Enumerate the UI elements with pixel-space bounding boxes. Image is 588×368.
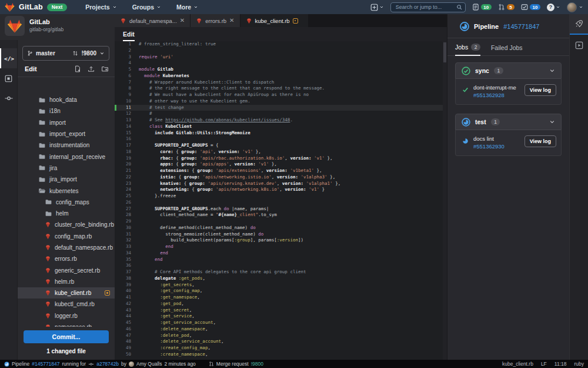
tree-file-generic_secret.rb[interactable]: generic_secret.rb [18,264,115,276]
close-tab-icon[interactable]: ✕ [229,18,234,24]
tree-folder-jira_import[interactable]: jira_import [18,174,115,185]
code-line-47[interactable]: 47 :delete_pod, [115,333,443,339]
upload-file-icon[interactable] [88,65,95,72]
nav-menu-more[interactable]: More [176,4,198,11]
code-line-2[interactable]: 2 [115,48,443,54]
code-line-12[interactable]: 12 # [115,111,443,117]
tree-folder-instrumentation[interactable]: instrumentation [18,140,115,151]
sb-commit-link[interactable]: a278742b [96,361,119,367]
code-line-19[interactable]: 19 rbac: { group: 'apis/rbac.authorizati… [115,155,443,162]
pipeline-id-link[interactable]: #145771847 [503,23,539,30]
code-line-38[interactable]: 38 delegate :get_pods, [115,276,443,282]
code-line-37[interactable]: 37 # Core API methods delegates to the c… [115,269,443,276]
code-line-39[interactable]: 39 :get_secrets, [115,282,443,289]
code-line-40[interactable]: 40 :get_config_map, [115,288,443,294]
code-line-18[interactable]: 18 core: { group: 'api', version: 'v1' }… [115,149,443,155]
tree-folder-internal_post_receive[interactable]: internal_post_receive [18,151,115,162]
code-line-14[interactable]: 14 class KubeClient [115,124,443,130]
tree-file-cluster_role_binding.rb[interactable]: cluster_role_binding.rb [18,219,115,230]
tab-jobs[interactable]: Jobs 2 [455,44,480,56]
code-line-45[interactable]: 45 :get_service_account, [115,320,443,326]
code-line-21[interactable]: 21 extensions: { group: 'apis/extensions… [115,168,443,174]
code-line-10[interactable]: 10 # other way to use the Kubeclient gem… [115,98,443,105]
tree-file-namespace.rb[interactable]: namespace.rb [18,321,115,327]
help-menu[interactable]: ? [547,4,560,11]
code-line-6[interactable]: 6 module Kubernetes [115,73,443,79]
rail-edit-button[interactable]: </> [0,48,17,68]
code-line-48[interactable]: 48 :delete_service_account, [115,339,443,345]
editor-tab-errors.rb[interactable]: errors.rb✕ [191,14,239,27]
new-folder-icon[interactable] [101,65,109,72]
code-line-46[interactable]: 46 :delete_namespace, [115,326,443,333]
tree-folder-config_maps[interactable]: config_maps [18,197,115,208]
sb-mr-link[interactable]: !9800 [251,361,263,367]
tree-file-helm.rb[interactable]: helm.rb [18,276,115,287]
code-line-32[interactable]: 32 build_kubeclient(params[:group], para… [115,237,443,244]
code-line-17[interactable]: 17 SUPPORTED_API_GROUPS = { [115,142,443,149]
commit-button[interactable]: Commit... [24,330,109,343]
tree-folder-import_export[interactable]: import_export [18,128,115,140]
tree-file-logger.rb[interactable]: logger.rb [18,310,115,321]
code-line-50[interactable]: 50 :create_namespace, [115,352,443,358]
code-line-4[interactable]: 4 [115,60,443,67]
stage-header-sync[interactable]: sync1 [455,62,562,79]
code-line-29[interactable]: 29 [115,218,443,225]
tree-file-kubectl_cmd.rb[interactable]: kubectl_cmd.rb [18,299,115,310]
close-tab-icon[interactable]: ✕ [180,18,185,24]
code-line-35[interactable]: 35 end [115,257,443,263]
job-id-link[interactable]: #551362928 [473,92,516,100]
editor-tab-kube_client.rb[interactable]: kube_client.rb [240,14,308,27]
sb-cursor-position[interactable]: 11:18 [554,361,567,367]
code-line-15[interactable]: 15 include Gitlab::Utils::StrongMemoize [115,130,443,137]
job-id-link[interactable]: #551362930 [473,143,505,150]
code-line-27[interactable]: 27 SUPPORTED_API_GROUPS.each do |name, p… [115,206,443,213]
code-line-30[interactable]: 30 define_method(client_method_name) do [115,225,443,231]
tree-folder-i18n[interactable]: i18n [18,105,115,117]
code-line-25[interactable]: 25 }.freeze [115,193,443,200]
code-line-44[interactable]: 44 :get_service, [115,313,443,320]
issues-indicator[interactable]: 10 [472,4,492,11]
sb-language[interactable]: ruby [574,361,584,367]
code-line-49[interactable]: 49 :create_config_map, [115,345,443,352]
code-content[interactable]: 1# frozen_string_literal: true23require … [115,41,443,360]
code-line-7[interactable]: 7 # Wrapper around Kubeclient::Client to… [115,79,443,86]
tree-folder-hook_data[interactable]: hook_data [18,94,115,105]
project-header[interactable]: GitLab gitlab-org/gitlab [0,14,115,40]
code-line-36[interactable]: 36 [115,263,443,269]
code-line-28[interactable]: 28 client_method_name = "#{name}_client"… [115,212,443,218]
tree-folder-helm[interactable]: helm [18,208,115,219]
code-line-31[interactable]: 31 strong_memoize(client_method_name) do [115,231,443,238]
code-line-5[interactable]: 5module Gitlab [115,67,443,73]
view-log-button[interactable]: View log [524,135,556,147]
tree-file-kube_client.rb[interactable]: kube_client.rb [18,287,115,299]
todos-indicator[interactable]: 10 [521,4,540,11]
mode-tab-edit[interactable]: Edit [123,31,135,41]
tree-file-default_namespace.rb[interactable]: default_namespace.rb [18,242,115,253]
code-line-26[interactable]: 26 [115,200,443,206]
tree-folder-jira[interactable]: jira [18,163,115,174]
code-line-34[interactable]: 34 end [115,250,443,257]
code-line-22[interactable]: 22 istio: { group: 'apis/networking.isti… [115,174,443,181]
pipeline-rail-button[interactable] [570,14,588,35]
tree-file-errors.rb[interactable]: errors.rb [18,253,115,264]
rail-commit-button[interactable] [0,88,17,108]
code-line-1[interactable]: 1# frozen_string_literal: true [115,41,443,48]
sb-pipeline-id-link[interactable]: #145771847 [32,361,59,367]
code-line-24[interactable]: 24 networking: { group: 'apis/networking… [115,187,443,193]
rail-review-button[interactable] [0,68,17,88]
code-line-16[interactable]: 16 [115,136,443,142]
tree-file-config_map.rb[interactable]: config_map.rb [18,231,115,242]
editor-scrollbar[interactable] [443,41,447,360]
code-line-13[interactable]: 13 # See https://github.com/abonas/kubec… [115,117,443,124]
view-log-button[interactable]: View log [524,84,556,96]
nav-menu-projects[interactable]: Projects [85,4,116,11]
editor-tab-default_namespa...[interactable]: default_namespa...✕ [115,14,190,27]
new-menu-button[interactable] [370,4,384,11]
code-line-8[interactable]: 8 # the right message to the client that… [115,85,443,92]
code-line-42[interactable]: 42 :get_pod, [115,301,443,307]
merge-requests-indicator[interactable]: 5 [498,4,514,11]
search-box[interactable] [390,2,466,12]
code-line-11[interactable]: 11 # test change [115,105,443,111]
branch-selector[interactable]: master !9800 [22,46,109,61]
tree-folder-kubernetes[interactable]: kubernetes [18,185,115,196]
